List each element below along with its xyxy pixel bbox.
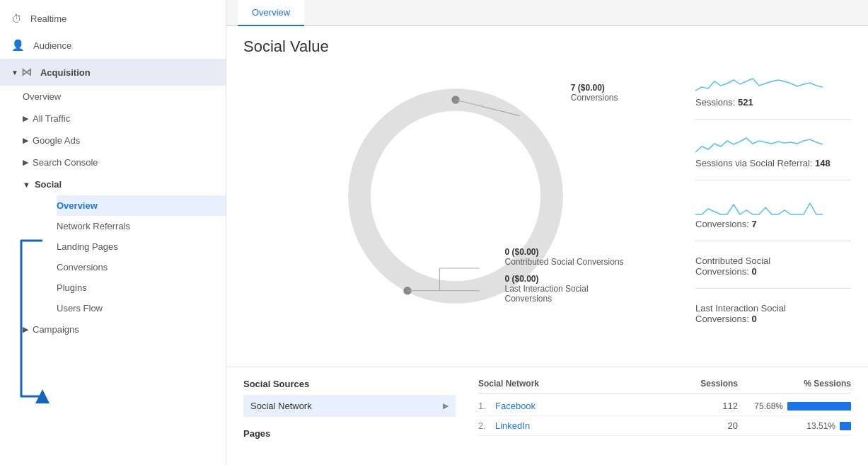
sidebar-item-plugins-label: Plugins	[57, 282, 87, 293]
sidebar-item-users-flow-label: Users Flow	[57, 303, 103, 314]
row-sessions-linkedin: 20	[681, 420, 738, 431]
stat-sessions-label: Sessions:	[695, 97, 738, 108]
sidebar: ⏱ Realtime 👤 Audience ▼ ⋈ Acquisition Ov…	[0, 0, 226, 465]
realtime-icon: ⏱	[11, 13, 22, 25]
sidebar-item-campaigns[interactable]: ▶ Campaigns	[23, 318, 226, 340]
sparkline-conversions	[695, 195, 851, 216]
stat-sessions-value: 521	[738, 97, 753, 108]
social-network-table: Social Network Sessions % Sessions 1. Fa…	[456, 379, 851, 439]
table-row: 1. Facebook 112 75.68%	[478, 396, 851, 416]
sidebar-item-acquisition[interactable]: ▼ ⋈ Acquisition	[0, 59, 226, 86]
row-num-2: 2.	[478, 420, 495, 431]
stat-conversions-value: 7	[751, 219, 756, 229]
table-row: 2. LinkedIn 20 13.51%	[478, 416, 851, 436]
sidebar-item-overview[interactable]: Overview	[23, 86, 226, 108]
stat-sessions: Sessions: 521	[695, 73, 851, 120]
tab-bar: Overview	[226, 0, 868, 26]
sidebar-item-search-console-label: Search Console	[33, 157, 98, 168]
stat-contributed: Contributed SocialConversions: 0	[695, 256, 851, 289]
sidebar-item-social[interactable]: ▼ Social	[23, 173, 226, 195]
stat-conversions-label: Conversions:	[695, 219, 751, 229]
sidebar-item-users-flow[interactable]: Users Flow	[57, 298, 226, 318]
sidebar-item-google-ads-label: Google Ads	[33, 135, 80, 146]
pages-label: Pages	[243, 428, 456, 439]
google-ads-arrow-icon: ▶	[23, 136, 28, 145]
main-content: Overview Social Value	[226, 0, 868, 465]
stat-social-sessions: Sessions via Social Referral: 148	[695, 134, 851, 180]
audience-icon: 👤	[11, 39, 25, 52]
th-pct-sessions: % Sessions	[738, 379, 851, 389]
social-sources: Social Sources Social Network ▶ Pages	[243, 379, 456, 439]
sidebar-item-network-referrals-label: Network Referrals	[57, 221, 130, 231]
social-arrow-icon: ▼	[23, 180, 30, 189]
th-network: Social Network	[478, 379, 681, 389]
source-row-arrow-icon: ▶	[443, 401, 449, 411]
row-pct-linkedin: 13.51%	[738, 421, 851, 431]
sidebar-item-overview-label: Overview	[23, 91, 61, 102]
source-row-label: Social Network	[250, 401, 312, 411]
tab-overview[interactable]: Overview	[238, 0, 304, 26]
row-network-linkedin[interactable]: LinkedIn	[495, 420, 681, 431]
stat-last-interaction-label: Last Interaction SocialConversions:	[695, 303, 786, 324]
sidebar-item-google-ads[interactable]: ▶ Google Ads	[23, 130, 226, 151]
sidebar-item-search-console[interactable]: ▶ Search Console	[23, 151, 226, 173]
stat-contributed-label: Contributed SocialConversions:	[695, 256, 770, 277]
sidebar-item-acquisition-label: Acquisition	[40, 67, 91, 78]
sidebar-item-conversions[interactable]: Conversions	[57, 257, 226, 277]
stats-section: Sessions: 521 Sessions via Social Referr…	[695, 62, 851, 361]
stat-social-sessions-label: Sessions via Social Referral:	[695, 158, 815, 168]
chart-section: 7 ($0.00) Conversions 0 ($0.00) Contribu…	[243, 62, 667, 361]
social-network-source-row[interactable]: Social Network ▶	[243, 395, 456, 417]
content-area: 7 ($0.00) Conversions 0 ($0.00) Contribu…	[226, 62, 868, 361]
sidebar-item-landing-pages[interactable]: Landing Pages	[57, 236, 226, 257]
campaigns-arrow-icon: ▶	[23, 325, 28, 334]
row-pct-text-facebook: 75.68%	[748, 401, 783, 411]
acquisition-expand-icon: ▼	[11, 69, 18, 76]
stat-conversions: Conversions: 7	[695, 195, 851, 241]
sidebar-item-campaigns-label: Campaigns	[33, 324, 79, 335]
row-pct-bar-facebook	[787, 402, 851, 411]
sparkline-sessions	[695, 73, 851, 94]
social-sources-label: Social Sources	[243, 379, 456, 389]
all-traffic-arrow-icon: ▶	[23, 114, 28, 123]
row-sessions-facebook: 112	[681, 401, 738, 411]
row-network-facebook[interactable]: Facebook	[495, 401, 681, 411]
stat-last-interaction-value: 0	[751, 314, 756, 324]
sidebar-item-network-referrals[interactable]: Network Referrals	[57, 216, 226, 236]
search-console-arrow-icon: ▶	[23, 158, 28, 167]
sidebar-item-social-overview[interactable]: Overview	[57, 195, 226, 216]
sidebar-item-audience[interactable]: 👤 Audience	[0, 32, 226, 59]
sidebar-item-all-traffic[interactable]: ▶ All Traffic	[23, 108, 226, 130]
sidebar-item-all-traffic-label: All Traffic	[33, 113, 70, 124]
sidebar-item-audience-label: Audience	[33, 40, 71, 51]
sidebar-item-social-label: Social	[35, 179, 62, 190]
sidebar-item-social-overview-label: Overview	[57, 200, 98, 211]
callout-conversions-value: 7 ($0.00) Conversions	[571, 83, 618, 103]
callout-contributed-value: 0 ($0.00) Contributed Social Conversions	[505, 247, 632, 267]
sparkline-social-sessions	[695, 134, 851, 155]
row-pct-text-linkedin: 13.51%	[800, 421, 835, 431]
sidebar-item-realtime-label: Realtime	[30, 13, 66, 24]
page-title: Social Value	[226, 26, 868, 62]
row-pct-facebook: 75.68%	[738, 401, 851, 411]
stat-last-interaction: Last Interaction SocialConversions: 0	[695, 303, 851, 335]
sidebar-item-realtime[interactable]: ⏱ Realtime	[0, 6, 226, 32]
th-sessions: Sessions	[681, 379, 738, 389]
sidebar-item-landing-pages-label: Landing Pages	[57, 241, 118, 252]
callout-last-interaction-value: 0 ($0.00) Last Interaction Social Conver…	[505, 274, 632, 304]
row-pct-bar-linkedin	[840, 422, 851, 430]
donut-chart: 7 ($0.00) Conversions 0 ($0.00) Contribu…	[335, 76, 576, 316]
stat-social-sessions-value: 148	[815, 158, 831, 168]
sidebar-item-plugins[interactable]: Plugins	[57, 277, 226, 298]
table-header: Social Network Sessions % Sessions	[478, 379, 851, 394]
stat-contributed-value: 0	[751, 266, 756, 277]
row-num-1: 1.	[478, 401, 495, 411]
acquisition-icon: ⋈	[21, 66, 32, 79]
bottom-section: Social Sources Social Network ▶ Pages So…	[226, 367, 868, 450]
sidebar-item-conversions-label: Conversions	[57, 262, 108, 272]
